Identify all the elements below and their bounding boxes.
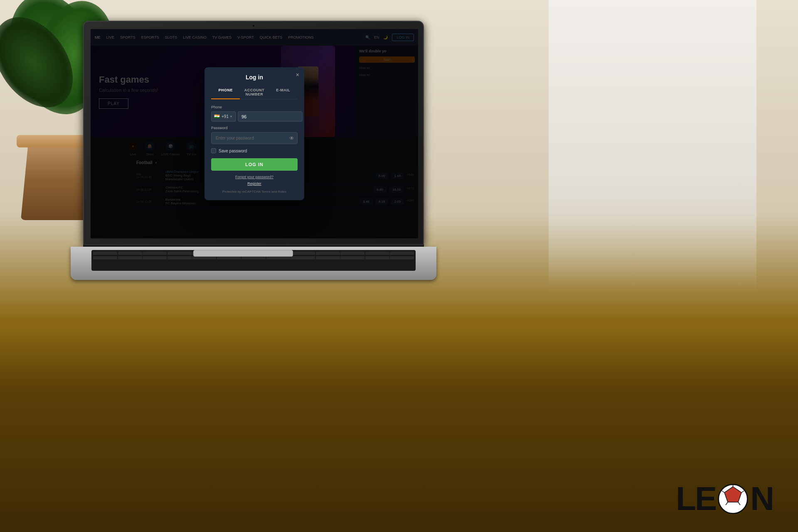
recaptcha-text: Protected by reCAPTCHA Terms and Rules — [211, 190, 298, 194]
modal-overlay: Log in × PHONE ACCOUNT NUMBER E-MAIL Pho… — [91, 29, 418, 238]
country-flag: 🇮🇳 — [214, 114, 220, 119]
save-password-row: Save password — [211, 148, 298, 153]
leon-text-le: LE — [676, 482, 716, 515]
country-code: +91 — [222, 114, 229, 119]
password-field: Password 👁 — [211, 126, 298, 144]
phone-number-input[interactable] — [238, 111, 303, 122]
password-field-label: Password — [211, 126, 298, 130]
login-button[interactable]: LOG IN — [211, 158, 298, 171]
modal-tab-phone[interactable]: PHONE — [211, 86, 240, 99]
leon-text-n: N — [750, 482, 773, 515]
forgot-password-link[interactable]: Forgot your password? — [211, 175, 298, 179]
phone-input-row: 🇮🇳 +91 ▾ — [211, 111, 298, 122]
phone-field-label: Phone — [211, 105, 298, 109]
modal-tab-account[interactable]: ACCOUNT NUMBER — [240, 86, 268, 99]
modal-title: Log in — [211, 74, 298, 81]
register-link[interactable]: Register — [211, 181, 298, 186]
country-select[interactable]: 🇮🇳 +91 ▾ — [211, 111, 236, 122]
leon-watermark: LE N — [676, 482, 773, 515]
password-input-wrapper: 👁 — [211, 132, 298, 144]
save-password-checkbox[interactable] — [211, 148, 216, 153]
modal-tab-email[interactable]: E-MAIL — [269, 86, 298, 99]
password-input[interactable] — [211, 132, 298, 144]
login-modal: Log in × PHONE ACCOUNT NUMBER E-MAIL Pho… — [204, 67, 304, 200]
save-password-label: Save password — [219, 149, 247, 153]
modal-close-button[interactable]: × — [296, 71, 299, 78]
modal-tabs: PHONE ACCOUNT NUMBER E-MAIL — [211, 86, 298, 99]
laptop-screen: ME LIVE SPORTS ESPORTS SLOTS LIVE CASINO… — [91, 29, 418, 238]
leon-ball — [717, 483, 749, 515]
eye-icon[interactable]: 👁 — [289, 135, 294, 141]
touchpad[interactable] — [193, 250, 293, 257]
chevron-down-icon: ▾ — [230, 115, 232, 118]
